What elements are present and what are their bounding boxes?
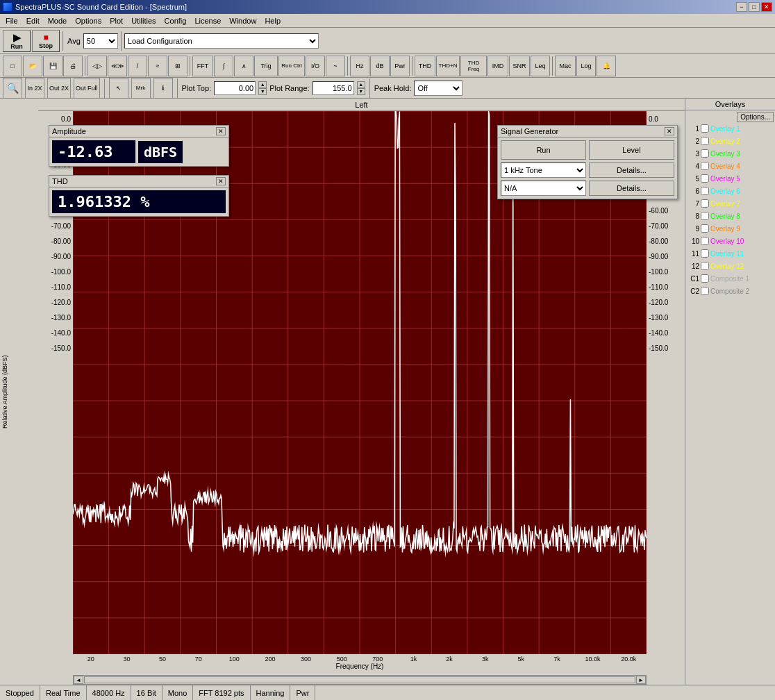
- plot-top-down[interactable]: ▼: [258, 88, 267, 95]
- overlay-num-7: 8: [687, 212, 699, 220]
- thd-close-btn[interactable]: ✕: [216, 177, 226, 185]
- overlay-num-11: 12: [687, 262, 699, 270]
- menu-help[interactable]: Help: [260, 15, 285, 26]
- info-btn[interactable]: ℹ: [153, 78, 173, 99]
- tb-int-btn[interactable]: ∫: [214, 56, 233, 76]
- tb-snr-btn[interactable]: SNR: [509, 56, 530, 76]
- tb-save-btn[interactable]: 💾: [43, 56, 62, 76]
- tb-back-btn[interactable]: ◁▷: [88, 56, 107, 76]
- scroll-right-btn[interactable]: ►: [636, 676, 646, 684]
- outfull-btn[interactable]: Out Full: [74, 78, 100, 99]
- tb-runctrl-btn[interactable]: Run Ctrl: [278, 56, 305, 76]
- menu-license[interactable]: License: [190, 15, 225, 26]
- amplitude-close-btn[interactable]: ✕: [216, 127, 226, 135]
- marker-btn[interactable]: Mrk: [131, 78, 151, 99]
- overlay-checkbox-8[interactable]: [701, 224, 709, 233]
- overlay-checkbox-0[interactable]: [701, 124, 709, 133]
- tb-log-btn[interactable]: Log: [576, 56, 596, 76]
- y-tick-7: -70.00: [38, 218, 73, 233]
- sig-gen-run-btn[interactable]: Run: [501, 140, 586, 160]
- overlay-checkbox-12[interactable]: [701, 274, 709, 283]
- maximize-button[interactable]: □: [749, 2, 760, 12]
- menu-utilities[interactable]: Utilities: [127, 15, 160, 26]
- config-select[interactable]: Load Configuration: [124, 33, 319, 49]
- overlay-checkbox-3[interactable]: [701, 162, 709, 170]
- tb-alarm-btn[interactable]: 🔔: [597, 56, 616, 76]
- overlay-checkbox-5[interactable]: [701, 187, 709, 195]
- menu-config[interactable]: Config: [160, 15, 191, 26]
- run-button[interactable]: ▶ Run: [3, 30, 31, 52]
- scroll-left-btn[interactable]: ◄: [74, 676, 83, 684]
- overlay-checkbox-9[interactable]: [701, 237, 709, 245]
- overlay-checkbox-10[interactable]: [701, 249, 709, 258]
- x-tick-5: 200: [252, 656, 288, 662]
- tb-amp-btn[interactable]: ∧: [234, 56, 253, 76]
- tb-leq-btn[interactable]: Leq: [531, 56, 550, 76]
- plot-range-input[interactable]: [312, 81, 354, 95]
- sep3-2: [177, 78, 178, 98]
- stop-button[interactable]: ■ Stop: [32, 30, 60, 52]
- close-button[interactable]: ✕: [761, 2, 772, 12]
- scroll-thumb[interactable]: [84, 676, 635, 683]
- overlays-options-btn[interactable]: Options...: [737, 112, 774, 122]
- sig-gen-level-btn[interactable]: Level: [589, 140, 674, 160]
- sig-gen-second-select[interactable]: N/A: [501, 181, 586, 196]
- overlay-row-10: 11Overlay 11: [685, 247, 775, 260]
- overlay-row-9: 10Overlay 10: [685, 235, 775, 247]
- overlay-checkbox-2[interactable]: [701, 149, 709, 158]
- overlay-checkbox-13[interactable]: [701, 287, 709, 295]
- tb-nav-btn[interactable]: /: [128, 56, 147, 76]
- overlay-checkbox-7[interactable]: [701, 212, 709, 220]
- cursor-btn[interactable]: ↖: [109, 78, 128, 99]
- tb-osc-btn[interactable]: ~: [326, 56, 345, 76]
- tb-fwd-btn[interactable]: ≪≫: [108, 56, 127, 76]
- tb-thd-btn[interactable]: THD: [415, 56, 435, 76]
- tb-print-btn[interactable]: 🖨: [63, 56, 83, 76]
- tb-thdn-btn[interactable]: THD+N: [436, 56, 460, 76]
- tb-imd-btn[interactable]: IMD: [488, 56, 508, 76]
- out2x-btn[interactable]: Out 2X: [47, 78, 71, 99]
- overlay-checkbox-6[interactable]: [701, 199, 709, 208]
- tb-thdfreq-btn[interactable]: THD Freq: [460, 56, 487, 76]
- tb-wave-btn[interactable]: ≈: [148, 56, 167, 76]
- sig-gen-close-btn[interactable]: ✕: [665, 127, 674, 135]
- menu-file[interactable]: File: [1, 15, 22, 26]
- zoom-in-btn[interactable]: 🔍: [3, 78, 22, 99]
- menu-mode[interactable]: Mode: [44, 15, 72, 26]
- tb-trig-btn[interactable]: Trig: [254, 56, 278, 76]
- sig-gen-details2-btn[interactable]: Details...: [589, 181, 674, 196]
- menu-edit[interactable]: Edit: [22, 15, 44, 26]
- y-tick-9: -90.00: [38, 249, 73, 264]
- tb-new-btn[interactable]: □: [3, 56, 22, 76]
- minimize-button[interactable]: −: [736, 2, 747, 12]
- peak-hold-select[interactable]: OffOnDecay: [414, 81, 462, 96]
- overlay-num-2: 3: [687, 150, 699, 158]
- menu-options[interactable]: Options: [71, 15, 106, 26]
- plot-range-up[interactable]: ▲: [357, 81, 365, 88]
- overlay-checkbox-11[interactable]: [701, 262, 709, 270]
- avg-select[interactable]: 50125 1020100200: [83, 33, 118, 49]
- x-tick-15: 20.0k: [610, 656, 647, 662]
- plot-range-down[interactable]: ▼: [357, 88, 365, 95]
- in2x-btn[interactable]: In 2X: [25, 78, 44, 99]
- sig-gen-details1-btn[interactable]: Details...: [589, 162, 674, 178]
- tb-io-btn[interactable]: I/O: [306, 56, 325, 76]
- menu-plot[interactable]: Plot: [106, 15, 127, 26]
- overlay-checkbox-4[interactable]: [701, 174, 709, 183]
- x-scrollbar[interactable]: ◄ ►: [73, 675, 647, 685]
- tb-fft-btn[interactable]: FFT: [192, 56, 213, 76]
- overlay-label-1: Overlay 2: [710, 138, 740, 145]
- plot-top-input[interactable]: [214, 81, 256, 95]
- tb-hz-btn[interactable]: Hz: [350, 56, 369, 76]
- tb-pwr-btn[interactable]: Pwr: [390, 56, 410, 76]
- tb-grid-btn[interactable]: ⊞: [168, 56, 188, 76]
- tb-db-btn[interactable]: dB: [370, 56, 390, 76]
- tb-mac-btn[interactable]: Mac: [555, 56, 576, 76]
- overlay-checkbox-1[interactable]: [701, 137, 709, 145]
- sig-gen-tone-select[interactable]: 1 kHz ToneWhite NoisePink Noise: [501, 162, 586, 178]
- menu-window[interactable]: Window: [225, 15, 260, 26]
- overlay-num-13: C2: [687, 288, 699, 295]
- tb-open-btn[interactable]: 📂: [23, 56, 42, 76]
- plot-top-up[interactable]: ▲: [258, 81, 267, 88]
- sig-gen-buttons: Run Level: [501, 140, 674, 160]
